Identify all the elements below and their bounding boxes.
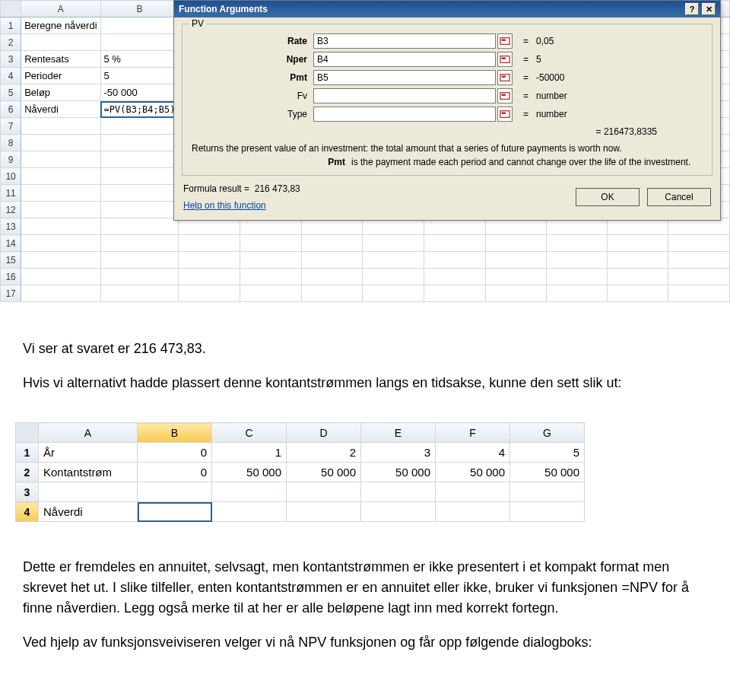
refedit-icon[interactable] [497,33,513,49]
cell[interactable] [301,285,363,302]
col-header[interactable]: E [361,423,436,443]
help-link[interactable]: Help on this function [183,200,300,211]
spreadsheet-2[interactable]: A B C D E F G 1År0123452Kontantstrøm050 … [15,422,585,522]
row-header[interactable]: 10 [1,168,21,185]
cell[interactable]: -50 000 [100,84,179,101]
row-header[interactable]: 16 [1,269,21,285]
ok-button[interactable]: OK [576,188,640,206]
row-header[interactable]: 2 [16,463,39,482]
cell[interactable]: 5 % [100,51,179,68]
cell[interactable] [287,502,361,522]
cell[interactable] [212,482,287,502]
cell[interactable] [608,269,668,285]
cell[interactable] [100,202,179,218]
cell[interactable] [436,482,510,502]
table-row[interactable]: 17 [1,285,730,302]
cell[interactable]: År [39,443,138,463]
cell[interactable] [21,135,100,151]
cell[interactable]: 50 000 [510,463,585,482]
row-header[interactable]: 14 [1,235,21,252]
cell[interactable] [668,285,730,302]
cell[interactable] [485,269,547,285]
cell[interactable]: =PV(B3;B4;B5) [100,101,179,118]
cell[interactable] [668,269,730,285]
help-button[interactable]: ? [685,3,699,15]
cell[interactable]: Kontantstrøm [39,463,138,482]
refedit-icon[interactable] [497,70,513,85]
table-row[interactable]: 16 [1,269,730,285]
cell[interactable] [485,285,547,302]
cell[interactable] [21,34,100,51]
table-row[interactable]: 3 [16,482,585,502]
cell[interactable] [424,269,485,285]
cell[interactable] [21,235,100,252]
cell[interactable]: 2 [287,443,361,463]
cell[interactable] [424,285,485,302]
cell[interactable] [363,252,424,269]
cell[interactable]: 0 [138,443,212,463]
cell[interactable] [510,502,585,522]
cell[interactable]: Nåverdi [39,502,138,522]
cell[interactable] [100,168,179,185]
cell[interactable] [100,252,179,269]
cell[interactable] [668,235,730,252]
cell[interactable] [301,252,363,269]
table-row[interactable]: 4Nåverdi [16,502,585,522]
cell[interactable] [424,235,485,252]
cell[interactable]: 0 [138,463,212,482]
refedit-icon[interactable] [497,52,513,67]
cell[interactable] [21,252,100,269]
cell[interactable] [547,252,608,269]
argument-input[interactable] [313,107,496,122]
cell[interactable] [361,502,436,522]
cell[interactable]: 50 000 [436,463,510,482]
table-row[interactable]: 14 [1,235,730,252]
cell[interactable] [510,482,585,502]
argument-input[interactable] [313,70,496,85]
cell[interactable] [100,18,179,34]
col-header[interactable]: F [436,423,510,443]
cell[interactable] [608,285,668,302]
dialog-titlebar[interactable]: Function Arguments ? ✕ [174,1,720,18]
cell[interactable] [100,34,179,51]
col-header[interactable]: B [100,1,179,18]
cell[interactable]: Nåverdi [21,101,100,118]
row-header[interactable]: 12 [1,202,21,218]
cell[interactable] [21,202,100,218]
col-header[interactable]: G [510,423,585,443]
cell[interactable]: 5 [510,443,585,463]
cell[interactable]: Perioder [21,68,100,84]
select-all-corner[interactable] [1,1,21,18]
cell[interactable] [100,118,179,135]
row-header[interactable]: 17 [1,285,21,302]
cell[interactable] [363,235,424,252]
cell[interactable] [138,502,212,522]
cell[interactable] [240,269,302,285]
cell[interactable] [179,269,240,285]
cell[interactable] [240,285,302,302]
cell[interactable] [21,269,100,285]
cell[interactable] [100,285,179,302]
table-row[interactable]: 2Kontantstrøm050 00050 00050 00050 00050… [16,463,585,482]
cell[interactable] [179,235,240,252]
argument-input[interactable] [313,52,496,67]
cell[interactable] [301,235,363,252]
cell[interactable]: 4 [436,443,510,463]
row-header[interactable]: 2 [1,34,21,51]
cell[interactable]: 50 000 [287,463,361,482]
cell[interactable]: Beløp [21,84,100,101]
cell[interactable] [100,269,179,285]
cell[interactable] [100,135,179,151]
row-header[interactable]: 15 [1,252,21,269]
cell[interactable] [301,269,363,285]
row-header[interactable]: 1 [1,18,21,34]
cell[interactable]: 50 000 [212,463,287,482]
cell[interactable] [100,235,179,252]
row-header[interactable]: 3 [16,482,39,502]
cell[interactable] [424,252,485,269]
row-header[interactable]: 13 [1,218,21,235]
cell[interactable] [100,218,179,235]
row-header[interactable]: 6 [1,101,21,118]
cell[interactable] [21,218,100,235]
col-header[interactable]: B [138,423,212,443]
